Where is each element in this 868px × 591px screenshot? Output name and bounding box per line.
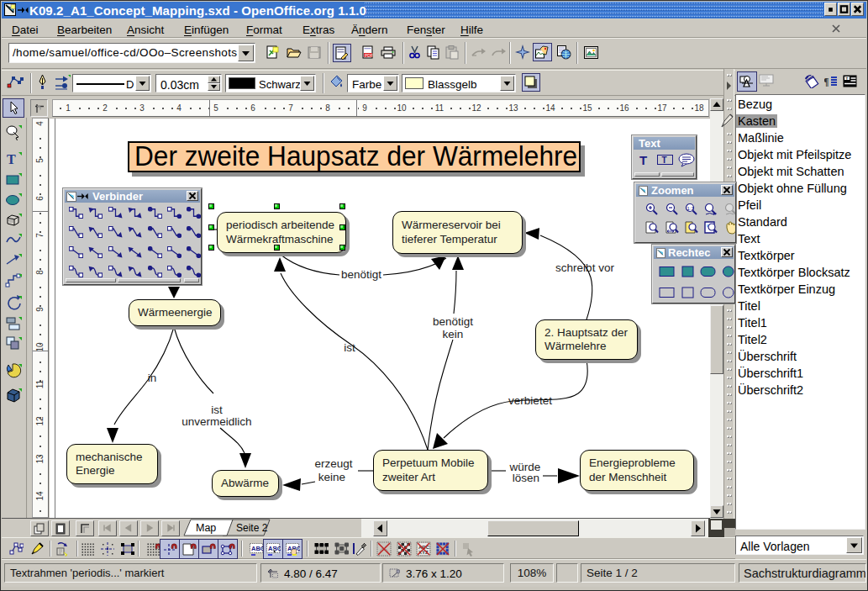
svg-text:Seite 2: Seite 2 <box>236 522 268 534</box>
svg-text:T: T <box>7 152 16 166</box>
svg-text:¶: ¶ <box>824 76 829 87</box>
svg-text:ABC: ABC <box>251 545 264 552</box>
svg-text:T: T <box>662 156 667 165</box>
svg-text:T: T <box>639 153 647 166</box>
svg-text:1:1: 1:1 <box>687 206 695 211</box>
svg-text:PDF: PDF <box>365 53 373 58</box>
svg-text:Map: Map <box>196 522 216 534</box>
svg-text:T: T <box>845 77 849 82</box>
